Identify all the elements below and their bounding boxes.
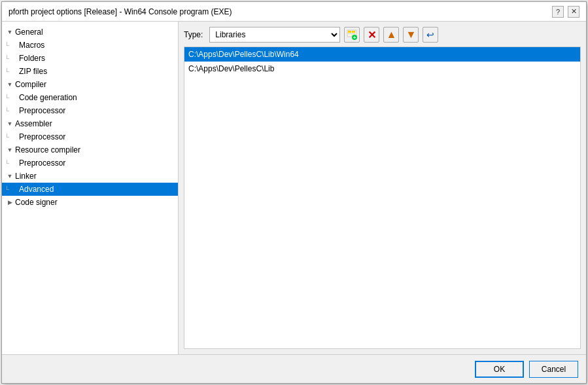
expand-icon: ▼ (5, 171, 15, 181)
tree-label-macros: Macros (19, 41, 44, 50)
list-item-lib_win64[interactable]: C:\Apps\Dev\PellesC\Lib\Win64 (184, 47, 580, 62)
help-button[interactable]: ? (552, 6, 564, 18)
title-bar: pforth project options [Release] - Win64… (2, 2, 586, 22)
toolbar-row: Type: LibrariesIncludeObject files + ✕ ▲… (184, 27, 581, 43)
tree-item-compiler[interactable]: ▼Compiler (2, 78, 178, 91)
tree-label-code_generation: Code generation (19, 93, 77, 102)
tree-item-preprocessor_resource[interactable]: └Preprocessor (2, 156, 178, 170)
expand-icon: ▶ (5, 197, 15, 208)
dialog: pforth project options [Release] - Win64… (1, 1, 587, 384)
right-panel: Type: LibrariesIncludeObject files + ✕ ▲… (179, 22, 586, 354)
list-item-lib[interactable]: C:\Apps\Dev\PellesC\Lib (184, 62, 580, 76)
tree-label-compiler: Compiler (15, 80, 46, 89)
title-bar-text: pforth project options [Release] - Win64… (9, 7, 232, 16)
delete-button[interactable]: ✕ (364, 27, 379, 43)
reset-button[interactable]: ↩ (423, 27, 438, 43)
tree-item-resource_compiler[interactable]: ▼Resource compiler (2, 143, 178, 156)
tree-branch-preprocessor_resource: └ (5, 160, 19, 167)
tree-branch-preprocessor_assembler: └ (5, 134, 19, 141)
tree-label-assembler: Assembler (15, 119, 52, 128)
expand-icon: ▼ (5, 119, 15, 129)
add-button[interactable]: + (344, 27, 360, 43)
svg-rect-2 (352, 31, 355, 33)
type-label: Type: (184, 30, 203, 39)
tree-label-preprocessor_compiler: Preprocessor (19, 106, 65, 115)
tree-item-macros[interactable]: └Macros (2, 39, 178, 52)
list-area[interactable]: C:\Apps\Dev\PellesC\Lib\Win64C:\Apps\Dev… (184, 46, 581, 349)
tree-label-folders: Folders (19, 54, 45, 63)
svg-text:+: + (353, 35, 356, 40)
tree-label-preprocessor_assembler: Preprocessor (19, 132, 65, 141)
tree-item-code_signer[interactable]: ▶Code signer (2, 196, 178, 209)
tree-branch-folders: └ (5, 55, 19, 62)
type-select[interactable]: LibrariesIncludeObject files (209, 27, 340, 43)
tree-item-folders[interactable]: └Folders (2, 52, 178, 65)
expand-icon: ▼ (5, 145, 15, 155)
svg-rect-1 (348, 31, 351, 33)
add-icon: + (347, 29, 357, 40)
dialog-footer: OK Cancel (2, 354, 586, 383)
tree-label-code_signer: Code signer (15, 198, 58, 207)
tree-item-zip_files[interactable]: └ZIP files (2, 65, 178, 78)
expand-icon: ▼ (5, 27, 15, 37)
cancel-button[interactable]: Cancel (529, 361, 578, 378)
tree-label-advanced: Advanced (19, 185, 54, 194)
dialog-content: ▼General└Macros└Folders└ZIP files▼Compil… (2, 22, 586, 354)
ok-button[interactable]: OK (475, 361, 524, 378)
move-up-button[interactable]: ▲ (383, 27, 399, 43)
tree-branch-preprocessor_compiler: └ (5, 107, 19, 115)
tree-item-assembler[interactable]: ▼Assembler (2, 117, 178, 130)
tree-item-preprocessor_assembler[interactable]: └Preprocessor (2, 130, 178, 143)
svg-rect-3 (348, 33, 355, 34)
tree-branch-macros: └ (5, 42, 19, 49)
tree-branch-code_generation: └ (5, 94, 19, 101)
expand-icon: ▼ (5, 79, 15, 90)
tree-label-general: General (15, 28, 43, 37)
move-down-button[interactable]: ▼ (403, 27, 419, 43)
tree-item-general[interactable]: ▼General (2, 26, 178, 39)
left-panel: ▼General└Macros└Folders└ZIP files▼Compil… (2, 22, 179, 354)
tree-branch-advanced: └ (5, 186, 19, 193)
tree-item-advanced[interactable]: └Advanced (2, 183, 178, 196)
tree-label-preprocessor_resource: Preprocessor (19, 158, 65, 168)
close-button[interactable]: ✕ (568, 6, 579, 18)
tree-label-zip_files: ZIP files (19, 67, 47, 76)
tree-item-code_generation[interactable]: └Code generation (2, 91, 178, 104)
tree-branch-zip_files: └ (5, 68, 19, 75)
tree-label-resource_compiler: Resource compiler (15, 145, 80, 155)
tree-item-linker[interactable]: ▼Linker (2, 170, 178, 183)
tree-item-preprocessor_compiler[interactable]: └Preprocessor (2, 104, 178, 117)
tree-label-linker: Linker (15, 172, 37, 181)
title-bar-buttons: ? ✕ (552, 6, 579, 18)
